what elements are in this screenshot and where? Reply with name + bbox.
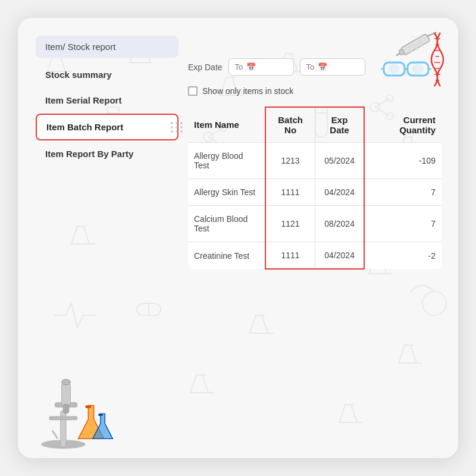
sidebar-item-stock-summary[interactable]: Stock summary bbox=[36, 62, 178, 87]
th-current-qty: Current Quantity bbox=[364, 107, 441, 143]
show-only-in-stock-checkbox[interactable] bbox=[188, 86, 198, 96]
sidebar-title: Item/ Stock report bbox=[36, 36, 178, 58]
cell-current-qty: 7 bbox=[364, 206, 441, 242]
sidebar-item-wrap-item-batch-report: Item Batch Report bbox=[36, 114, 178, 140]
table-row: Allergy Blood Test 1213 05/2024 -109 bbox=[188, 143, 441, 179]
table-row: Allergy Skin Test 1111 04/2024 7 bbox=[188, 179, 441, 206]
cell-batch-no: 1111 bbox=[265, 179, 315, 206]
sidebar-item-item-serial-report[interactable]: Item Serial Report bbox=[36, 88, 178, 112]
table-header-row: Item Name Batch No Exp Date Current Quan… bbox=[188, 107, 441, 143]
svg-rect-46 bbox=[49, 416, 77, 420]
svg-point-30 bbox=[388, 64, 400, 74]
table-row: Calcium Blood Test 1121 08/2024 7 bbox=[188, 206, 441, 242]
cell-batch-no: 1121 bbox=[265, 206, 315, 242]
calendar-icon-2: 📅 bbox=[318, 62, 327, 71]
th-item-name: Item Name bbox=[188, 107, 265, 143]
cell-item-name: Allergy Blood Test bbox=[188, 143, 265, 179]
sidebar-item-item-batch-report[interactable]: Item Batch Report bbox=[36, 114, 178, 140]
svg-rect-48 bbox=[86, 405, 91, 408]
cell-batch-no: 1111 bbox=[265, 242, 315, 270]
cell-item-name: Creatinine Test bbox=[188, 242, 265, 270]
cell-exp-date: 08/2024 bbox=[315, 206, 364, 242]
to-label-2: To bbox=[306, 62, 315, 71]
date-input-to[interactable]: To 📅 bbox=[300, 58, 365, 76]
main-card: Item/ Stock report Stock summary Item Se… bbox=[18, 18, 458, 458]
sidebar-item-wrap-item-report-by-party: Item Report By Party bbox=[36, 142, 178, 166]
cell-current-qty: 7 bbox=[364, 179, 441, 206]
cell-item-name: Calcium Blood Test bbox=[188, 206, 265, 242]
th-batch-no: Batch No bbox=[265, 107, 315, 143]
cell-item-name: Allergy Skin Test bbox=[188, 179, 265, 206]
svg-rect-49 bbox=[98, 414, 102, 416]
report-table-wrapper: Item Name Batch No Exp Date Current Quan… bbox=[188, 107, 441, 270]
cell-current-qty: -2 bbox=[364, 242, 441, 270]
svg-line-24 bbox=[396, 54, 400, 56]
cell-current-qty: -109 bbox=[364, 143, 441, 179]
table-body: Allergy Blood Test 1213 05/2024 -109 All… bbox=[188, 143, 441, 270]
table-row: Creatinine Test 1111 04/2024 -2 bbox=[188, 242, 441, 270]
svg-rect-43 bbox=[62, 383, 71, 405]
cell-exp-date: 04/2024 bbox=[315, 242, 364, 270]
cell-batch-no: 1213 bbox=[265, 143, 315, 179]
svg-line-47 bbox=[52, 430, 58, 439]
sidebar-item-wrap-stock-summary: Stock summary bbox=[36, 62, 178, 87]
show-only-in-stock-label: Show only items in stock bbox=[202, 86, 293, 96]
svg-point-31 bbox=[412, 64, 424, 74]
th-exp-date: Exp Date bbox=[315, 107, 364, 143]
to-label-1: To bbox=[235, 62, 243, 71]
cell-exp-date: 05/2024 bbox=[315, 143, 364, 179]
calendar-icon-1: 📅 bbox=[246, 62, 256, 71]
report-table: Item Name Batch No Exp Date Current Quan… bbox=[188, 107, 441, 270]
sidebar-item-wrap-item-serial-report: Item Serial Report bbox=[36, 88, 178, 112]
exp-date-label: Exp Date bbox=[188, 62, 223, 72]
sidebar-item-item-report-by-party[interactable]: Item Report By Party bbox=[36, 142, 178, 166]
sidebar-active-dots bbox=[171, 122, 183, 133]
decoration-bottom-left bbox=[30, 367, 119, 452]
svg-point-44 bbox=[62, 379, 71, 384]
svg-rect-45 bbox=[63, 404, 68, 413]
cell-exp-date: 04/2024 bbox=[315, 179, 364, 206]
decoration-top-right bbox=[375, 24, 452, 101]
date-input-from[interactable]: To 📅 bbox=[228, 58, 294, 76]
